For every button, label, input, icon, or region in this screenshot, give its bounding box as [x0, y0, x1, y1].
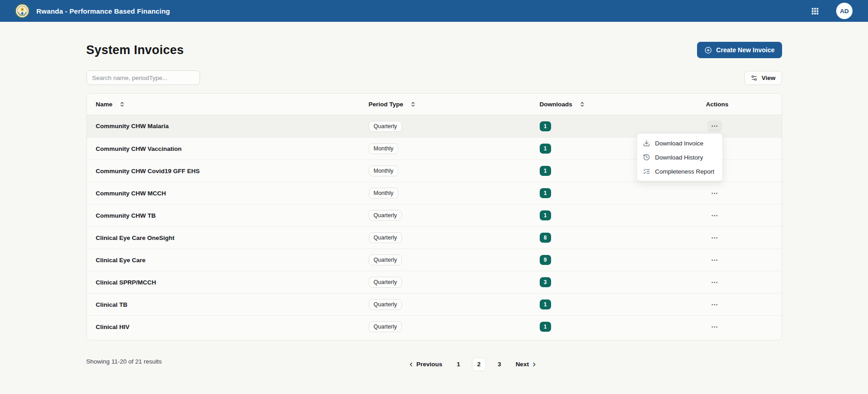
search-input[interactable]: [86, 70, 200, 85]
row-actions-menu-button[interactable]: [707, 321, 722, 333]
period-type-badge: Quarterly: [369, 254, 402, 265]
period-type-badge: Quarterly: [369, 321, 402, 332]
page-button-3[interactable]: 3: [492, 357, 507, 371]
page-title: System Invoices: [86, 43, 184, 57]
ellipsis-icon: [711, 256, 718, 264]
ellipsis-icon: [711, 279, 718, 286]
row-actions-menu-button[interactable]: [707, 210, 722, 221]
invoice-name: Clinical Eye Care: [87, 257, 360, 264]
column-header-downloads: Downloads: [531, 101, 697, 108]
download-icon: [643, 140, 650, 147]
previous-page-button[interactable]: Previous: [408, 361, 442, 368]
plus-circle-icon: [704, 46, 712, 54]
table-row[interactable]: Clinical TB Quarterly 1: [87, 293, 782, 315]
period-type-badge: Monthly: [369, 188, 399, 199]
row-actions-dropdown-menu: Download Invoice Download History Comple…: [637, 133, 723, 181]
table-row[interactable]: Community CHW MCCH Monthly 1: [87, 182, 782, 204]
invoice-name: Clinical HIV: [87, 324, 360, 330]
avatar-initials: AD: [840, 8, 849, 15]
ellipsis-icon: [711, 301, 718, 309]
view-button-label: View: [762, 75, 776, 81]
avatar[interactable]: AD: [836, 3, 853, 19]
row-actions-menu-button[interactable]: [707, 254, 722, 266]
grid-icon[interactable]: [809, 5, 821, 17]
period-type-badge: Monthly: [369, 143, 399, 154]
table-row[interactable]: Clinical HIV Quarterly 1: [87, 315, 782, 338]
row-actions-menu-button[interactable]: [707, 120, 722, 132]
downloads-cell: 8: [531, 233, 697, 243]
actions-cell: [697, 299, 782, 310]
downloads-cell: 9: [531, 255, 697, 265]
downloads-cell: 1: [531, 322, 697, 332]
downloads-count-badge: 1: [540, 188, 551, 198]
row-actions-menu-button[interactable]: [707, 232, 722, 244]
period-type-badge: Quarterly: [369, 277, 402, 288]
pagination-bar: Showing 11-20 of 21 results Previous 1 2…: [86, 357, 782, 371]
downloads-count-badge: 9: [540, 255, 551, 265]
ellipsis-icon: [711, 234, 718, 242]
create-new-invoice-button[interactable]: Create New Invoice: [697, 42, 782, 58]
actions-cell: [697, 188, 782, 199]
period-type-cell: Quarterly: [360, 321, 531, 332]
menu-item-label: Download History: [655, 154, 703, 161]
menu-item-download-invoice[interactable]: Download Invoice: [640, 136, 720, 150]
history-icon: [643, 154, 650, 161]
row-actions-menu-button[interactable]: [707, 299, 722, 310]
period-type-badge: Quarterly: [369, 299, 402, 310]
invoice-name: Community CHW Covid19 GFF EHS: [87, 168, 360, 175]
chevrons-up-down-icon[interactable]: [119, 101, 125, 107]
column-header-actions-label: Actions: [706, 101, 729, 108]
period-type-badge: Monthly: [369, 165, 399, 176]
period-type-cell: Quarterly: [360, 254, 531, 265]
period-type-cell: Quarterly: [360, 121, 531, 132]
menu-item-label: Download Invoice: [655, 140, 704, 147]
list-checks-icon: [643, 168, 650, 175]
ellipsis-icon: [711, 212, 718, 219]
downloads-cell: 1: [531, 299, 697, 309]
menu-item-completeness-report[interactable]: Completeness Report: [640, 165, 720, 178]
downloads-count-badge: 3: [540, 277, 551, 287]
previous-label: Previous: [416, 361, 442, 368]
table-row[interactable]: Clinical SPRP/MCCH Quarterly 3: [87, 271, 782, 293]
column-header-name-label: Name: [96, 101, 113, 108]
invoice-name: Community CHW Malaria: [87, 123, 360, 130]
rwanda-emblem-logo: [15, 3, 30, 19]
downloads-cell: 1: [531, 121, 697, 131]
downloads-count-badge: 1: [540, 210, 551, 220]
row-actions-menu-button[interactable]: [707, 277, 722, 288]
invoice-name: Clinical SPRP/MCCH: [87, 279, 360, 286]
view-button[interactable]: View: [744, 71, 782, 85]
page-button-1[interactable]: 1: [452, 357, 466, 371]
row-actions-menu-button[interactable]: [707, 188, 722, 199]
menu-item-download-history[interactable]: Download History: [640, 150, 720, 164]
table-row[interactable]: Clinical Eye Care OneSight Quarterly 8: [87, 226, 782, 249]
create-new-invoice-label: Create New Invoice: [716, 46, 774, 54]
downloads-count-badge: 1: [540, 166, 551, 176]
actions-cell: [697, 210, 782, 221]
column-header-period-type-label: Period Type: [369, 101, 403, 108]
period-type-badge: Quarterly: [369, 232, 402, 243]
actions-cell: [697, 277, 782, 288]
period-type-cell: Monthly: [360, 165, 531, 176]
downloads-cell: 1: [531, 188, 697, 198]
ellipsis-icon: [711, 190, 718, 197]
page-button-2-current[interactable]: 2: [472, 357, 486, 371]
table-row[interactable]: Community CHW TB Quarterly 1: [87, 204, 782, 226]
top-navbar: Rwanda - Performance Based Financing AD: [0, 0, 868, 22]
downloads-cell: 1: [531, 210, 697, 220]
next-page-button[interactable]: Next: [516, 361, 537, 368]
chevron-left-icon: [408, 361, 414, 368]
menu-item-label: Completeness Report: [655, 168, 715, 175]
table-row[interactable]: Clinical Eye Care Quarterly 9: [87, 249, 782, 271]
chevrons-up-down-icon[interactable]: [410, 101, 416, 107]
invoice-name: Clinical TB: [87, 301, 360, 308]
downloads-count-badge: 1: [540, 322, 551, 332]
downloads-count-badge: 1: [540, 299, 551, 309]
chevrons-up-down-icon[interactable]: [579, 101, 585, 107]
invoice-name: Clinical Eye Care OneSight: [87, 234, 360, 241]
downloads-count-badge: 1: [540, 121, 551, 131]
actions-cell: [697, 321, 782, 333]
column-header-actions: Actions: [697, 101, 782, 108]
column-header-downloads-label: Downloads: [540, 101, 572, 108]
ellipsis-icon: [711, 323, 718, 331]
